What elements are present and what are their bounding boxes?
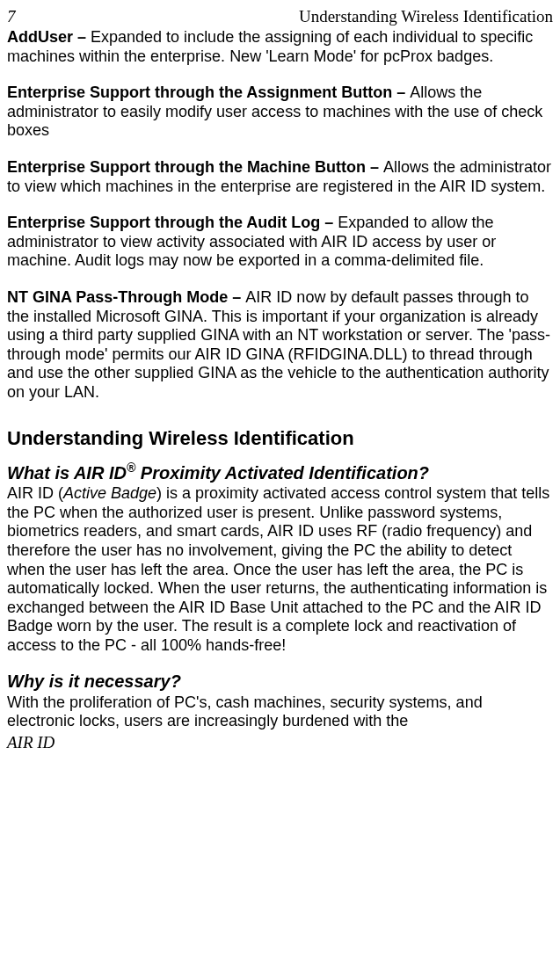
body-what-pre: AIR ID (: [7, 484, 63, 502]
subheading-what: What is AIR ID® Proximity Activated Iden…: [7, 461, 553, 483]
feature-adduser: AddUser – Expanded to include the assign…: [7, 28, 553, 66]
page-header: 7 Understanding Wireless Identification: [7, 7, 553, 26]
feature-adduser-label: AddUser –: [7, 28, 91, 46]
feature-audit: Enterprise Support through the Audit Log…: [7, 214, 553, 271]
feature-gina-label: NT GINA Pass-Through Mode –: [7, 288, 245, 306]
page-footer: AIR ID: [7, 733, 553, 752]
body-what-post: ) is a proximity activated access contro…: [7, 484, 549, 654]
registered-icon: ®: [127, 461, 135, 475]
feature-machine-label: Enterprise Support through the Machine B…: [7, 158, 383, 176]
feature-machine: Enterprise Support through the Machine B…: [7, 158, 553, 196]
body-what-italic: Active Badge: [63, 484, 156, 502]
page-number: 7: [7, 7, 16, 26]
header-title: Understanding Wireless Identification: [299, 7, 553, 26]
subheading-what-post: Proximity Activated Identification?: [135, 462, 429, 482]
feature-assignment-label: Enterprise Support through the Assignmen…: [7, 83, 410, 101]
feature-audit-label: Enterprise Support through the Audit Log…: [7, 214, 338, 231]
section-heading: Understanding Wireless Identification: [7, 427, 553, 450]
feature-assignment: Enterprise Support through the Assignmen…: [7, 83, 553, 141]
page-container: 7 Understanding Wireless Identification …: [0, 0, 560, 759]
body-what: AIR ID (Active Badge) is a proximity act…: [7, 484, 553, 655]
feature-gina: NT GINA Pass-Through Mode – AIR ID now b…: [7, 288, 553, 403]
subheading-what-pre: What is AIR ID: [7, 462, 127, 482]
subheading-why: Why is it necessary?: [7, 671, 553, 692]
body-why: With the proliferation of PC's, cash mac…: [7, 693, 553, 731]
